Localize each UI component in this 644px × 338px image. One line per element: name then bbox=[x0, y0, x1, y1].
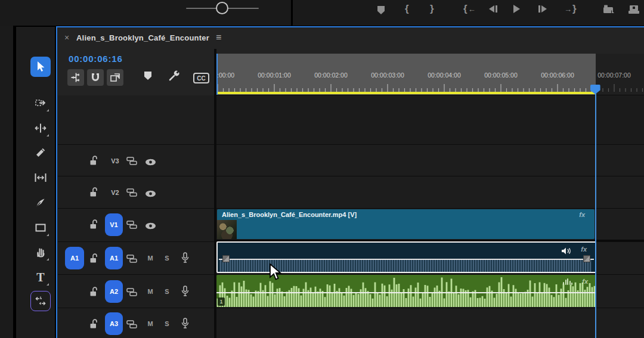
sync-lock-icon[interactable] bbox=[126, 221, 137, 231]
slip-tool[interactable] bbox=[30, 168, 51, 188]
track-target-v1[interactable]: V1 bbox=[105, 213, 123, 236]
lock-icon[interactable] bbox=[89, 253, 98, 266]
mute-button[interactable]: M bbox=[145, 288, 155, 295]
track-header-v2: V2 bbox=[58, 176, 214, 208]
sync-lock-icon[interactable] bbox=[126, 288, 137, 299]
go-to-in-arrow-icon: ← bbox=[468, 5, 476, 14]
speaker-icon bbox=[561, 246, 571, 257]
tools-panel: T bbox=[16, 27, 55, 338]
volume-rubber-band[interactable] bbox=[219, 259, 594, 260]
go-to-in-icon: { bbox=[463, 3, 467, 15]
track-label-v2[interactable]: V2 bbox=[106, 189, 124, 196]
selection-tool[interactable] bbox=[30, 57, 51, 77]
close-tab-icon[interactable]: × bbox=[64, 33, 69, 42]
mark-in-button[interactable]: { bbox=[405, 2, 409, 15]
pen-tool[interactable] bbox=[30, 193, 51, 213]
playhead-timecode[interactable]: 00:00:06:16 bbox=[69, 54, 123, 64]
track-a3-lane[interactable] bbox=[216, 308, 644, 338]
mute-button[interactable]: M bbox=[145, 255, 155, 262]
timeline-track-area: :00:0000:00:01:0000:00:02:0000:00:03:000… bbox=[216, 54, 644, 338]
sync-lock-icon[interactable] bbox=[126, 157, 137, 168]
play-button[interactable] bbox=[513, 2, 520, 15]
track-target-a2[interactable]: A2 bbox=[105, 280, 123, 303]
track-header-a2: A2 M S bbox=[58, 274, 214, 308]
video-track-overflow-area[interactable] bbox=[216, 95, 644, 144]
mute-button[interactable]: M bbox=[145, 320, 155, 327]
captions-toggle-button[interactable]: CC bbox=[193, 73, 209, 83]
source-patch-a1[interactable]: A1 bbox=[65, 247, 84, 269]
ripple-edit-tool[interactable] bbox=[30, 118, 51, 138]
generative-extend-tool[interactable] bbox=[30, 291, 51, 311]
timeline-settings-button[interactable] bbox=[168, 69, 181, 82]
lock-icon[interactable] bbox=[89, 187, 98, 200]
video-clip-v1[interactable]: Alien_s_Brooklyn_Café_Encounter.mp4 [V] … bbox=[217, 209, 595, 239]
lock-icon[interactable] bbox=[89, 219, 98, 232]
step-forward-button[interactable] bbox=[538, 2, 547, 15]
sequence-tab-title[interactable]: Alien_s_Brooklyn_Café_Encounter bbox=[76, 33, 209, 42]
hand-icon bbox=[35, 246, 47, 258]
lock-icon[interactable] bbox=[89, 319, 98, 331]
razor-icon bbox=[35, 147, 47, 159]
tool-flyout-indicator bbox=[47, 258, 49, 261]
hand-tool[interactable] bbox=[30, 242, 51, 262]
toggle-track-output-icon[interactable] bbox=[145, 189, 156, 200]
zoom-slider-knob[interactable] bbox=[216, 2, 228, 14]
panel-divider bbox=[291, 0, 293, 26]
razor-tool[interactable] bbox=[30, 142, 51, 163]
marker-icon bbox=[144, 72, 151, 80]
track-label-v3[interactable]: V3 bbox=[106, 157, 124, 165]
toggle-track-output-icon[interactable] bbox=[145, 157, 156, 168]
go-to-in-button[interactable]: {← bbox=[463, 2, 476, 15]
track-select-forward-tool[interactable] bbox=[30, 93, 51, 113]
step-back-button[interactable] bbox=[489, 2, 497, 15]
fx-badge[interactable]: fx bbox=[579, 211, 585, 218]
go-to-out-icon: } bbox=[572, 3, 577, 15]
wrench-icon bbox=[168, 69, 181, 82]
toggle-track-output-icon[interactable] bbox=[145, 221, 156, 232]
program-monitor-controls-bar: { } {← →} bbox=[0, 0, 644, 26]
lock-icon[interactable] bbox=[89, 287, 98, 299]
rectangle-tool[interactable] bbox=[30, 218, 51, 238]
go-to-out-button[interactable]: →} bbox=[564, 2, 577, 15]
panel-menu-icon[interactable]: ≡ bbox=[216, 32, 221, 43]
add-marker-button[interactable] bbox=[377, 4, 385, 17]
marker-icon bbox=[377, 6, 385, 14]
nest-toggle-button[interactable] bbox=[67, 69, 84, 86]
tool-flyout-indicator bbox=[47, 234, 49, 236]
linked-selection-button[interactable] bbox=[107, 69, 123, 86]
snap-toggle-button[interactable] bbox=[87, 69, 104, 86]
step-forward-icon bbox=[541, 5, 547, 13]
solo-button[interactable]: S bbox=[162, 255, 172, 262]
tool-flyout-indicator bbox=[47, 109, 49, 111]
volume-rubber-band[interactable] bbox=[216, 292, 596, 293]
fade-handle-left[interactable] bbox=[222, 255, 230, 262]
fade-handle-right[interactable] bbox=[583, 255, 590, 262]
voiceover-record-icon[interactable] bbox=[181, 318, 189, 331]
lock-icon[interactable] bbox=[89, 156, 98, 168]
timeline-add-marker-button[interactable] bbox=[144, 72, 151, 80]
type-tool[interactable]: T bbox=[30, 267, 51, 287]
track-target-a3[interactable]: A3 bbox=[105, 312, 123, 335]
track-target-a1[interactable]: A1 bbox=[105, 247, 123, 269]
tool-flyout-indicator bbox=[47, 134, 49, 137]
fx-badge[interactable]: fx bbox=[582, 278, 588, 285]
timeline-panel: × Alien_s_Brooklyn_Café_Encounter ≡ 00:0… bbox=[56, 26, 644, 338]
track-v3-lane[interactable] bbox=[216, 144, 644, 176]
slip-icon bbox=[34, 172, 47, 184]
type-tool-glyph: T bbox=[36, 271, 44, 283]
voiceover-record-icon[interactable] bbox=[181, 252, 189, 266]
track-v2-lane[interactable] bbox=[216, 176, 644, 208]
voiceover-record-icon[interactable] bbox=[181, 286, 189, 299]
mark-out-button[interactable]: } bbox=[430, 2, 434, 15]
solo-button[interactable]: S bbox=[162, 320, 172, 327]
sync-lock-icon[interactable] bbox=[126, 320, 137, 331]
time-ruler[interactable]: :00:0000:00:01:0000:00:02:0000:00:03:000… bbox=[216, 54, 644, 95]
step-back-icon bbox=[489, 5, 494, 13]
extract-button[interactable] bbox=[627, 3, 640, 16]
sync-lock-icon[interactable] bbox=[126, 255, 137, 265]
loudness-icon bbox=[563, 278, 572, 285]
fx-badge[interactable]: fx bbox=[581, 246, 587, 253]
sync-lock-icon[interactable] bbox=[126, 188, 137, 199]
solo-button[interactable]: S bbox=[162, 288, 172, 295]
lift-button[interactable] bbox=[602, 3, 615, 16]
